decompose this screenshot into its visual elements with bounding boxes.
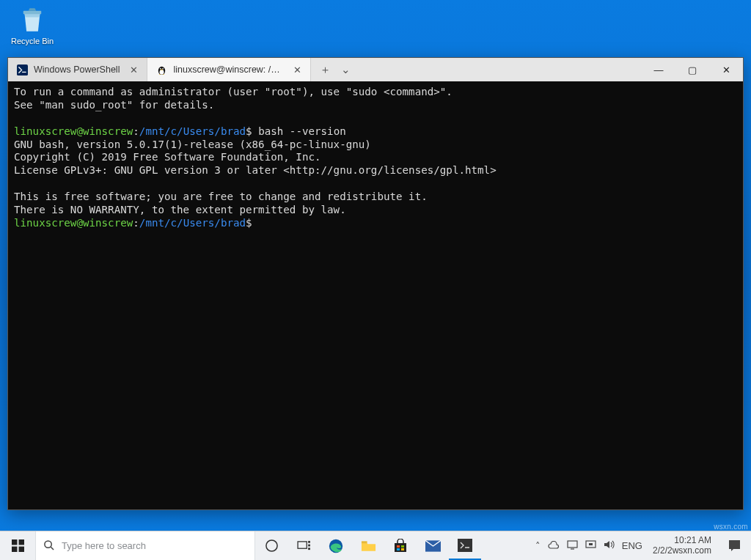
svg-rect-7 — [12, 539, 17, 545]
terminal-taskbar-icon[interactable] — [449, 531, 481, 560]
svg-rect-22 — [401, 545, 404, 548]
search-icon — [43, 539, 54, 553]
svg-rect-8 — [18, 539, 23, 545]
svg-rect-14 — [298, 542, 307, 548]
terminal-line: To run a command as administrator (user … — [14, 86, 453, 97]
svg-rect-10 — [18, 547, 23, 552]
clock-time: 10:21 AM — [653, 536, 711, 545]
volume-icon[interactable] — [604, 539, 615, 552]
prompt-sign: $ — [246, 217, 252, 229]
cortana-icon[interactable] — [255, 531, 287, 560]
svg-line-12 — [51, 547, 54, 550]
svg-rect-26 — [458, 539, 472, 552]
svg-rect-27 — [568, 541, 577, 548]
tray-display-icon[interactable] — [567, 540, 578, 552]
terminal-line: License GPLv3+: GNU GPL version 3 or lat… — [14, 164, 497, 176]
powershell-icon — [17, 65, 28, 75]
tab-close-icon[interactable]: ✕ — [292, 65, 303, 75]
recycle-bin-icon — [17, 4, 48, 35]
terminal-window: Windows PowerShell ✕ linuxscrew@winscrew… — [7, 57, 744, 510]
task-view-icon[interactable] — [287, 531, 320, 560]
svg-point-5 — [163, 67, 164, 69]
svg-rect-0 — [23, 11, 42, 14]
search-placeholder: Type here to search — [62, 540, 146, 551]
tab-label: Windows PowerShell — [34, 65, 120, 75]
svg-rect-21 — [397, 545, 400, 548]
svg-rect-23 — [397, 548, 400, 550]
minimize-button[interactable]: — — [642, 58, 675, 81]
prompt-sep: : — [133, 217, 139, 229]
language-indicator[interactable]: ENG — [622, 540, 642, 551]
svg-rect-16 — [308, 545, 310, 547]
close-button[interactable]: ✕ — [709, 58, 743, 81]
terminal-line: Copyright (C) 2019 Free Software Foundat… — [14, 151, 321, 163]
svg-point-13 — [265, 540, 276, 551]
svg-rect-15 — [308, 541, 310, 543]
maximize-button[interactable]: ▢ — [675, 58, 709, 81]
prompt-user: linuxscrew@winscrew — [14, 217, 133, 229]
edge-icon[interactable] — [320, 531, 352, 560]
window-titlebar[interactable]: Windows PowerShell ✕ linuxscrew@winscrew… — [8, 58, 743, 81]
svg-rect-24 — [401, 548, 404, 550]
tab-linux[interactable]: linuxscrew@winscrew: /mnt/c/U ✕ — [147, 58, 311, 81]
explorer-icon[interactable] — [352, 531, 384, 560]
tab-strip: Windows PowerShell ✕ linuxscrew@winscrew… — [8, 58, 642, 81]
terminal-line: GNU bash, version 5.0.17(1)-release (x86… — [14, 139, 371, 150]
svg-rect-31 — [729, 540, 740, 549]
taskbar: Type here to search ˄ ENG 10:21 AM 2/2/2… — [0, 531, 751, 560]
svg-point-4 — [160, 67, 161, 69]
mail-icon[interactable] — [417, 531, 449, 560]
tray-chevron-icon[interactable]: ˄ — [535, 540, 541, 551]
svg-rect-30 — [589, 543, 593, 545]
prompt-sep: : — [133, 125, 139, 137]
recycle-bin-label: Recycle Bin — [9, 37, 56, 45]
terminal-line: There is NO WARRANTY, to the extent perm… — [14, 204, 346, 215]
terminal-line: This is free software; you are free to c… — [14, 191, 428, 202]
prompt-user: linuxscrew@winscrew — [14, 125, 133, 137]
network-icon[interactable] — [585, 540, 596, 552]
new-tab-button[interactable]: ＋ — [320, 63, 331, 77]
system-clock[interactable]: 10:21 AM 2/2/2wsxn.com — [650, 536, 714, 555]
system-tray: ˄ ENG 10:21 AM 2/2/2wsxn.com — [531, 531, 751, 560]
onedrive-icon[interactable] — [548, 540, 560, 551]
tab-close-icon[interactable]: ✕ — [128, 65, 139, 75]
tab-dropdown-icon[interactable]: ⌄ — [341, 63, 351, 76]
svg-rect-9 — [12, 547, 17, 552]
svg-point-11 — [45, 540, 51, 547]
svg-rect-1 — [17, 65, 28, 75]
terminal-line: See "man sudo_root" for details. — [14, 99, 214, 111]
svg-point-3 — [160, 69, 164, 74]
tab-label: linuxscrew@winscrew: /mnt/c/U — [173, 65, 283, 75]
command: bash --version — [252, 125, 346, 137]
taskbar-items — [255, 531, 481, 560]
prompt-path: /mnt/c/Users/brad — [139, 125, 246, 137]
clock-date: 2/2/2wsxn.com — [653, 546, 711, 556]
tux-icon — [156, 65, 167, 75]
prompt-sign: $ — [246, 125, 252, 137]
recycle-bin[interactable]: Recycle Bin — [9, 4, 56, 45]
svg-rect-19 — [361, 541, 367, 543]
watermark: wsxn.com — [714, 523, 748, 531]
tab-powershell[interactable]: Windows PowerShell ✕ — [8, 58, 147, 81]
terminal-body[interactable]: To run a command as administrator (user … — [8, 81, 743, 509]
svg-rect-17 — [308, 548, 310, 550]
start-button[interactable] — [0, 531, 35, 560]
store-icon[interactable] — [384, 531, 417, 560]
taskbar-search[interactable]: Type here to search — [35, 531, 255, 560]
window-controls: — ▢ ✕ — [642, 58, 743, 81]
svg-rect-20 — [395, 543, 406, 552]
action-center-icon[interactable] — [722, 531, 747, 560]
prompt-path: /mnt/c/Users/brad — [139, 217, 246, 229]
svg-point-6 — [161, 69, 163, 70]
